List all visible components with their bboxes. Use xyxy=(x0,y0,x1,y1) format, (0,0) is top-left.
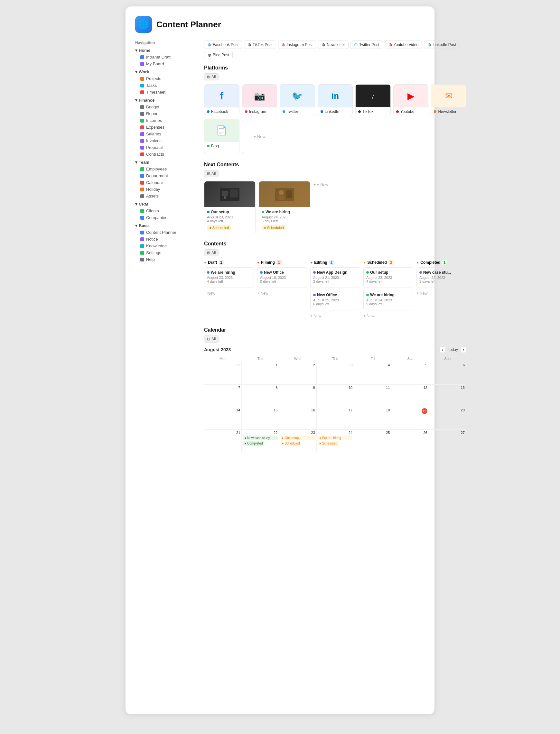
platform-card-instagram[interactable]: 📷 Instagram xyxy=(242,84,277,116)
platform-add-new[interactable]: + New xyxy=(242,119,277,154)
sidebar-item-knowledge[interactable]: Knowledge xyxy=(135,243,196,249)
sidebar-group-work-header[interactable]: Work xyxy=(135,69,196,75)
platform-card-youtube[interactable]: ▶ Youtube xyxy=(393,84,429,116)
sidebar-item-holiday[interactable]: Holiday xyxy=(135,186,196,193)
chevron-down-icon xyxy=(135,48,137,53)
sidebar-item-contracts[interactable]: Contracts xyxy=(135,151,196,158)
sidebar-item-expenses[interactable]: Expenses xyxy=(135,124,196,131)
calendar-filter-all[interactable]: ⊟ All xyxy=(204,336,219,343)
scheduled-card-2-dot xyxy=(366,294,369,296)
chevron-team-icon xyxy=(135,160,137,165)
quick-link-instagram-post[interactable]: ⊕ Instagram Post xyxy=(278,41,316,49)
sidebar-item-notice[interactable]: Notice xyxy=(135,236,196,243)
sidebar-item-timesheet-label: Timesheet xyxy=(146,90,165,95)
calendar-table: Mon Tue Wed Thu Fri Sat Sun 31 1 xyxy=(204,356,466,452)
sidebar-item-salaries[interactable]: Salaries xyxy=(135,131,196,137)
quick-link-linkedin-post[interactable]: ⊕ LinkedIn Post xyxy=(424,41,460,49)
kanban-card-draft-1[interactable]: We are hiring August 23, 2023 4 days lef… xyxy=(204,267,254,288)
sidebar-item-companies[interactable]: Companies xyxy=(135,214,196,221)
kanban-card-editing-1[interactable]: New App Design August 21, 2023 2 days le… xyxy=(310,267,360,288)
kanban-card-scheduled-2[interactable]: We are hiring August 24, 2023 5 days lef… xyxy=(363,290,413,311)
sidebar-item-content-planner[interactable]: Content Planner xyxy=(135,229,196,236)
sidebar-group-home-header[interactable]: Home xyxy=(135,47,196,54)
platform-card-linkedin[interactable]: in LinkedIn xyxy=(318,84,353,116)
content-area: ⊕ Facebook Post ⊕ TikTok Post ⊕ Instagra… xyxy=(196,41,466,704)
kanban-card-editing-2[interactable]: New Office August 25, 2023 6 days left xyxy=(310,290,360,311)
sidebar-item-department[interactable]: Department xyxy=(135,172,196,179)
kanban-card-completed-1[interactable]: New case stu... August 22, 2023 3 days l… xyxy=(416,267,466,288)
draft-add-new[interactable]: + New xyxy=(204,290,254,297)
cal-day-16: 16 xyxy=(281,408,315,412)
filming-add-new[interactable]: + New xyxy=(257,290,307,297)
scheduled-add-new[interactable]: + New xyxy=(363,312,413,320)
cal-event-new-case-study[interactable]: ● New case study xyxy=(243,435,277,440)
sidebar-item-settings[interactable]: Settings xyxy=(135,249,196,256)
contents-filter-all[interactable]: ⊞ All xyxy=(204,249,219,256)
editing-add-new[interactable]: + New xyxy=(310,312,360,320)
next-contents-filter-all[interactable]: ⊞ All xyxy=(204,170,219,177)
cal-event-completed-badge: ● Completed xyxy=(243,441,264,446)
calendar-prev-button[interactable]: ‹ xyxy=(439,347,445,353)
sidebar-group-finance-header[interactable]: Finance xyxy=(135,97,196,104)
cal-event-scheduled-badge-24: ● Scheduled xyxy=(318,441,339,446)
platform-card-facebook[interactable]: f Facebook xyxy=(204,84,239,116)
editing-card-1-title: New App Design xyxy=(313,270,357,275)
sidebar-group-crm-header[interactable]: CRM xyxy=(135,201,196,208)
sidebar-item-timesheet[interactable]: Timesheet xyxy=(135,89,196,96)
next-contents-add-new[interactable]: + + New xyxy=(313,181,328,188)
sidebar-group-base-header[interactable]: Base xyxy=(135,222,196,229)
editing-card-1-dot xyxy=(313,271,316,274)
grid-icon: ⊞ xyxy=(207,75,210,79)
next-content-card-hiring[interactable]: We are hiring August 24, 2023 5 days lef… xyxy=(259,181,310,233)
quick-link-twitter-post[interactable]: ⊕ Twitter Post xyxy=(350,41,383,49)
sidebar-group-base-label: Base xyxy=(139,223,149,228)
draft-count: 1 xyxy=(219,260,224,265)
sidebar-item-invoices[interactable]: Invoices xyxy=(135,137,196,144)
sidebar-item-budget[interactable]: Budget xyxy=(135,104,196,110)
twitter-card-label: Twitter xyxy=(280,107,315,116)
sidebar-group-team-header[interactable]: Team xyxy=(135,159,196,166)
cal-day-7: 7 xyxy=(206,385,240,389)
platform-card-tiktok[interactable]: ♪ TikTok xyxy=(355,84,391,116)
knowledge-icon xyxy=(140,244,144,248)
platform-card-newsletter[interactable]: ✉ Newsletter xyxy=(431,84,466,116)
completed-add-new[interactable]: + New xyxy=(416,290,466,297)
sidebar-item-incomes[interactable]: Incomes xyxy=(135,117,196,124)
youtube-card-label: Youtube xyxy=(394,107,428,116)
next-content-card-setup[interactable]: Our setup August 23, 2023 4 days left ● … xyxy=(204,181,256,233)
platforms-filter-all[interactable]: ⊞ All xyxy=(204,73,219,80)
cal-event-we-are-hiring[interactable]: ● We are hiring xyxy=(318,435,352,440)
kanban-card-filming-1[interactable]: New Office August 18, 2023 0 days left xyxy=(257,267,307,288)
scheduled-card-1-title: Our setup xyxy=(366,270,410,275)
sidebar-item-employees[interactable]: Employees xyxy=(135,166,196,172)
cal-cell-8: 8 xyxy=(242,385,279,407)
calendar-week-1: 31 1 2 3 4 5 6 xyxy=(204,362,466,385)
platform-card-blog[interactable]: 📄 Blog xyxy=(204,119,239,154)
quick-link-blog-post[interactable]: ⊕ Blog Post xyxy=(204,51,233,59)
cal-day-23: 23 xyxy=(281,431,315,434)
cal-event-our-setup[interactable]: ● Our setup xyxy=(281,435,315,440)
kanban-card-scheduled-1[interactable]: Our setup August 23, 2023 4 days left xyxy=(363,267,413,288)
calendar-next-button[interactable]: › xyxy=(461,347,466,353)
hiring-card-title: We are hiring xyxy=(262,210,307,214)
quick-link-newsletter[interactable]: ⊕ Newsletter xyxy=(318,41,349,49)
quick-link-facebook-post[interactable]: ⊕ Facebook Post xyxy=(204,41,242,49)
sidebar-item-projects[interactable]: Projects xyxy=(135,75,196,82)
sidebar-item-report[interactable]: Report xyxy=(135,110,196,117)
cal-day-14: 14 xyxy=(206,408,240,412)
sidebar-group-work: Work Projects Tasks Timesheet xyxy=(135,69,196,96)
sidebar-item-myboard[interactable]: My Board xyxy=(135,60,196,67)
sidebar-item-intranet[interactable]: Intranet Draft xyxy=(135,54,196,60)
cal-cell-21: 21 xyxy=(204,430,242,452)
sidebar-item-clients[interactable]: Clients xyxy=(135,208,196,214)
cal-day-21: 21 xyxy=(206,431,240,434)
sidebar-item-help[interactable]: Help xyxy=(135,256,196,263)
sidebar-item-tasks[interactable]: Tasks xyxy=(135,82,196,89)
platform-card-twitter[interactable]: 🐦 Twitter xyxy=(280,84,315,116)
sidebar-item-assets[interactable]: Assets xyxy=(135,193,196,200)
quick-link-tiktok-post[interactable]: ⊕ TikTok Post xyxy=(244,41,276,49)
contents-title: Contents xyxy=(204,241,466,247)
sidebar-item-proposal[interactable]: Proposal xyxy=(135,144,196,151)
sidebar-item-calendar[interactable]: Calendar xyxy=(135,179,196,186)
quick-link-youtube-video[interactable]: ⊕ Youtube Video xyxy=(385,41,422,49)
